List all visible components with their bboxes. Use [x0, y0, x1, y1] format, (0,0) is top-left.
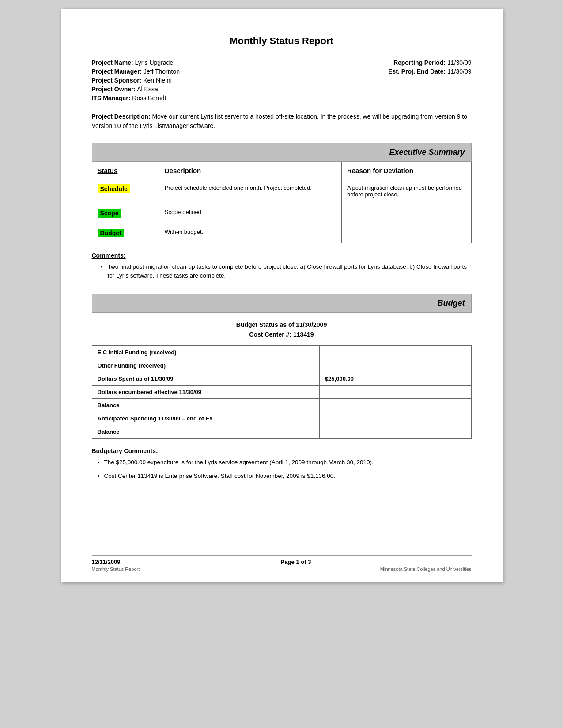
budget-value-cell: $25,000.00	[319, 372, 471, 386]
project-name-label: Project Name:	[92, 59, 133, 66]
project-owner-value: Al Essa	[137, 86, 158, 93]
description-header: Description	[159, 162, 341, 179]
footer-page: Page 1 of 3	[281, 559, 311, 565]
status-cell: Schedule	[92, 179, 159, 203]
status-cell: Scope	[92, 203, 159, 223]
budget-value-cell	[319, 412, 471, 425]
deviation-cell	[341, 223, 471, 243]
reporting-period-row: Reporting Period: 11/30/09	[282, 59, 472, 66]
status-cell: Budget	[92, 223, 159, 243]
list-item: Two final post-migration clean-up tasks …	[101, 263, 472, 281]
table-row: Balance	[92, 425, 471, 439]
executive-summary-table: Status Description Reason for Deviation …	[92, 162, 472, 243]
executive-summary-title: Executive Summary	[98, 148, 465, 157]
budget-status-line1: Budget Status as of 11/30/2009	[92, 320, 472, 330]
table-row: BudgetWith-in budget.	[92, 223, 471, 243]
comments-label: Comments:	[92, 252, 472, 259]
budget-value-cell	[319, 399, 471, 412]
its-manager-value: Ross Berndt	[132, 94, 166, 101]
project-info-left: Project Name: Lyris Upgrade Project Mana…	[92, 59, 282, 103]
budget-value-cell	[319, 346, 471, 359]
table-row: ScheduleProject schedule extended one mo…	[92, 179, 471, 203]
table-row: Anticipated Spending 11/30/09 – end of F…	[92, 412, 471, 425]
executive-summary-header: Executive Summary	[92, 143, 472, 162]
project-manager-label: Project Manager:	[92, 68, 142, 75]
budget-value-cell	[319, 359, 471, 372]
table-row: EIC Initial Funding (received)	[92, 346, 471, 359]
table-row: Dollars encumbered effective 11/30/09	[92, 386, 471, 399]
budget-title: Budget	[98, 299, 465, 308]
project-info: Project Name: Lyris Upgrade Project Mana…	[92, 59, 472, 103]
document-page: Monthly Status Report Project Name: Lyri…	[61, 9, 503, 582]
project-sponsor-row: Project Sponsor: Ken Niemi	[92, 77, 282, 84]
list-item: The $25,000.00 expenditure is for the Ly…	[104, 458, 472, 467]
project-sponsor-label: Project Sponsor:	[92, 77, 142, 84]
status-badge: Budget	[98, 229, 124, 237]
reporting-period-value: 11/30/09	[447, 59, 472, 66]
deviation-cell	[341, 203, 471, 223]
project-info-right: Reporting Period: 11/30/09 Est. Proj. En…	[282, 59, 472, 103]
page-title: Monthly Status Report	[92, 35, 472, 47]
deviation-header: Reason for Deviation	[341, 162, 471, 179]
budgetary-list: The $25,000.00 expenditure is for the Ly…	[92, 458, 472, 480]
status-badge: Schedule	[98, 184, 130, 193]
end-date-label: Est. Proj. End Date:	[388, 68, 446, 75]
comments-list: Two final post-migration clean-up tasks …	[92, 263, 472, 281]
budgetary-comments-section: Budgetary Comments: The $25,000.00 expen…	[92, 447, 472, 480]
table-row: Dollars Spent as of 11/30/09$25,000.00	[92, 372, 471, 386]
budget-label-cell: Anticipated Spending 11/30/09 – end of F…	[92, 412, 319, 425]
budget-label-cell: Dollars Spent as of 11/30/09	[92, 372, 319, 386]
budget-value-cell	[319, 425, 471, 439]
budget-status-header: Budget Status as of 11/30/2009 Cost Cent…	[92, 320, 472, 340]
page-footer: 12/11/2009 Page 1 of 3 Monthly Status Re…	[92, 555, 472, 572]
description-cell: With-in budget.	[159, 223, 341, 243]
budget-label-cell: Dollars encumbered effective 11/30/09	[92, 386, 319, 399]
project-manager-row: Project Manager: Jeff Thornton	[92, 68, 282, 75]
project-owner-row: Project Owner: Al Essa	[92, 86, 282, 93]
project-description: Project Description: Move our current Ly…	[92, 112, 472, 131]
reporting-period-label: Reporting Period:	[393, 59, 446, 66]
end-date-value: 11/30/09	[447, 68, 472, 75]
project-manager-value: Jeff Thornton	[144, 68, 180, 75]
list-item: Cost Center 113419 is Enterprise Softwar…	[104, 472, 472, 480]
description-cell: Project schedule extended one month. Pro…	[159, 179, 341, 203]
deviation-cell: A post-migration clean-up must be perfor…	[341, 179, 471, 203]
budget-status-line2: Cost Center #: 113419	[92, 330, 472, 339]
comments-section: Comments: Two final post-migration clean…	[92, 252, 472, 281]
its-manager-row: ITS Manager: Ross Berndt	[92, 94, 282, 101]
budget-value-cell	[319, 386, 471, 399]
budget-label-cell: Other Funding (received)	[92, 359, 319, 372]
project-name-row: Project Name: Lyris Upgrade	[92, 59, 282, 66]
project-name-value: Lyris Upgrade	[135, 59, 174, 66]
footer-doc-name: Monthly Status Report	[92, 567, 140, 572]
budget-label-cell: Balance	[92, 425, 319, 439]
budget-header: Budget	[92, 294, 472, 313]
status-badge: Scope	[98, 209, 121, 218]
budgetary-comments-label: Budgetary Comments:	[92, 447, 472, 454]
table-row: Balance	[92, 399, 471, 412]
end-date-row: Est. Proj. End Date: 11/30/09	[282, 68, 472, 75]
project-sponsor-value: Ken Niemi	[143, 77, 172, 84]
project-owner-label: Project Owner:	[92, 86, 136, 93]
table-header-row: Status Description Reason for Deviation	[92, 162, 471, 179]
status-header: Status	[92, 162, 159, 179]
its-manager-label: ITS Manager:	[92, 94, 131, 101]
footer-org: Minnesota State Colleges and Universitie…	[380, 567, 472, 572]
table-row: ScopeScope defined.	[92, 203, 471, 223]
footer-top: 12/11/2009 Page 1 of 3	[92, 559, 472, 565]
budget-label-cell: Balance	[92, 399, 319, 412]
footer-bottom: Monthly Status Report Minnesota State Co…	[92, 567, 472, 572]
description-label: Project Description:	[92, 113, 151, 120]
table-row: Other Funding (received)	[92, 359, 471, 372]
budget-table: EIC Initial Funding (received)Other Fund…	[92, 345, 472, 439]
budget-label-cell: EIC Initial Funding (received)	[92, 346, 319, 359]
footer-date: 12/11/2009	[92, 559, 121, 565]
description-cell: Scope defined.	[159, 203, 341, 223]
